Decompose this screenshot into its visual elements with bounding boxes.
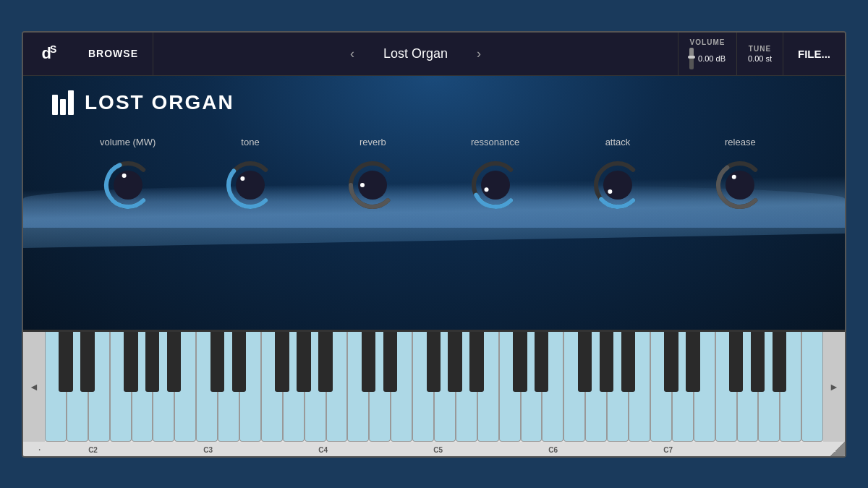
- note-label-C5: C5: [433, 446, 443, 454]
- volume-label: VOLUME: [690, 38, 726, 46]
- tune-label: TUNE: [749, 45, 771, 53]
- black-key[interactable]: [145, 332, 159, 393]
- note-label-C4: C4: [318, 446, 328, 454]
- black-key[interactable]: [664, 332, 678, 393]
- knob-svg-reverb: [344, 156, 401, 214]
- black-key[interactable]: [80, 332, 94, 393]
- black-key[interactable]: [383, 332, 397, 393]
- content-overlay: LOST ORGAN volume (MW)tonereverbressonan…: [23, 76, 845, 228]
- knob-volume-mw[interactable]: volume (MW): [99, 137, 157, 214]
- logo-area: dS: [23, 43, 74, 63]
- note-labels: C2C3C4C5C6C7·: [23, 442, 845, 456]
- svg-point-7: [484, 187, 488, 192]
- instrument-header: LOST ORGAN: [52, 90, 816, 115]
- volume-section: VOLUME 0.00 dB: [678, 33, 737, 75]
- keyboard-dot: ·: [38, 446, 41, 454]
- note-label-C2: C2: [88, 446, 98, 454]
- svg-point-0: [114, 171, 142, 200]
- black-key[interactable]: [297, 332, 310, 393]
- black-key[interactable]: [513, 332, 527, 393]
- knob-release[interactable]: release: [711, 137, 769, 214]
- knob-svg-volume-mw: [99, 156, 157, 214]
- svg-point-8: [603, 171, 632, 200]
- black-key[interactable]: [59, 332, 72, 393]
- browse-button[interactable]: BROWSE: [74, 33, 153, 75]
- svg-point-10: [726, 171, 754, 200]
- black-key[interactable]: [686, 332, 699, 393]
- black-key[interactable]: [535, 332, 548, 393]
- book-bar-3: [68, 90, 74, 115]
- main-content: LOST ORGAN volume (MW)tonereverbressonan…: [23, 76, 845, 330]
- keyboard-inner: [45, 332, 823, 442]
- svg-point-2: [236, 171, 265, 200]
- svg-point-11: [732, 174, 736, 179]
- knob-reverb[interactable]: reverb: [344, 137, 401, 214]
- keyboard-scroll-right[interactable]: ►: [823, 332, 845, 442]
- knob-attack[interactable]: attack: [589, 137, 647, 214]
- black-key[interactable]: [124, 332, 137, 393]
- top-bar: dS BROWSE ‹ Lost Organ › VOLUME 0.00 dB …: [23, 33, 845, 76]
- black-key[interactable]: [210, 332, 224, 393]
- volume-slider-container: 0.00 dB: [689, 48, 726, 69]
- keyboard-scroll-left[interactable]: ◄: [23, 332, 45, 442]
- white-key[interactable]: [801, 332, 823, 442]
- preset-nav: ‹ Lost Organ ›: [153, 33, 678, 75]
- black-key[interactable]: [318, 332, 332, 393]
- black-key[interactable]: [167, 332, 181, 393]
- keyboard-scroll-area: ◄ ►: [23, 332, 845, 442]
- knobs-section: volume (MW)tonereverbressonanceattackrel…: [52, 137, 816, 214]
- knob-svg-attack: [589, 156, 647, 214]
- keyboard-section: ◄ ► C2C3C4C5C6C7·: [23, 330, 845, 456]
- black-key[interactable]: [362, 332, 375, 393]
- book-bar-2: [60, 99, 66, 115]
- knob-label-reverb: reverb: [359, 137, 386, 147]
- black-key[interactable]: [578, 332, 592, 393]
- note-label-C7: C7: [663, 446, 673, 454]
- black-key[interactable]: [751, 332, 765, 393]
- book-bar-1: [52, 95, 58, 115]
- knob-svg-tone: [221, 156, 279, 214]
- knob-label-attack: attack: [605, 137, 631, 147]
- volume-value: 0.00 dB: [698, 54, 726, 63]
- preset-name: Lost Organ: [383, 46, 448, 61]
- knob-label-ressonance: ressonance: [471, 137, 519, 147]
- svg-point-9: [608, 189, 612, 194]
- volume-slider[interactable]: [689, 48, 694, 69]
- black-key[interactable]: [621, 332, 635, 393]
- black-key[interactable]: [427, 332, 441, 393]
- knob-ressonance[interactable]: ressonance: [467, 137, 524, 214]
- logo: dS: [42, 43, 56, 63]
- corner-decoration: [830, 442, 845, 456]
- note-label-C6: C6: [548, 446, 558, 454]
- plugin-window: dS BROWSE ‹ Lost Organ › VOLUME 0.00 dB …: [22, 31, 846, 458]
- knob-svg-ressonance: [467, 156, 524, 214]
- tune-value: 0.00 st: [748, 54, 772, 63]
- tune-section: TUNE 0.00 st: [737, 33, 783, 75]
- knob-label-release: release: [725, 137, 756, 147]
- svg-point-1: [122, 174, 126, 178]
- black-key[interactable]: [469, 332, 483, 393]
- prev-preset-button[interactable]: ‹: [343, 43, 362, 65]
- book-icon: [52, 90, 74, 115]
- knob-svg-release: [711, 156, 769, 214]
- instrument-name: LOST ORGAN: [85, 91, 234, 114]
- black-key[interactable]: [448, 332, 461, 393]
- svg-point-3: [240, 176, 244, 180]
- svg-point-5: [360, 183, 365, 187]
- black-key[interactable]: [729, 332, 743, 393]
- knob-tone[interactable]: tone: [221, 137, 279, 214]
- svg-point-6: [481, 171, 510, 200]
- black-key[interactable]: [275, 332, 289, 393]
- file-button[interactable]: FILE...: [783, 33, 845, 75]
- note-label-C3: C3: [203, 446, 213, 454]
- knob-label-tone: tone: [241, 137, 259, 147]
- black-key[interactable]: [600, 332, 613, 393]
- black-key[interactable]: [773, 332, 786, 393]
- next-preset-button[interactable]: ›: [469, 43, 488, 65]
- knob-label-volume-mw: volume (MW): [100, 137, 156, 147]
- black-key[interactable]: [232, 332, 246, 393]
